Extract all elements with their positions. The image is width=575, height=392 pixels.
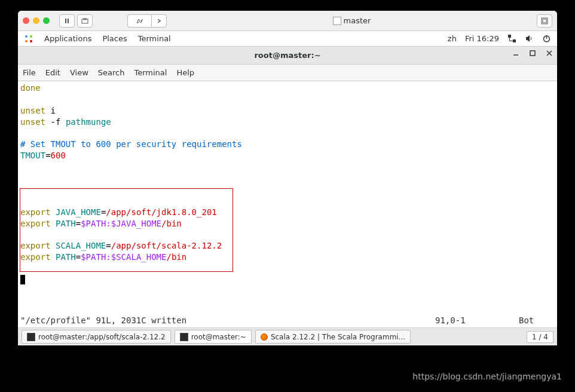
gnome-top-bar: Applications Places Terminal zh Fri 16:2… — [18, 31, 557, 47]
kw-export: export — [20, 219, 51, 228]
svg-rect-0 — [65, 19, 66, 23]
comment: # Set TMOUT to 600 per security requirem… — [20, 139, 242, 149]
input-method-indicator[interactable]: zh — [448, 34, 457, 43]
kw-export: export — [20, 241, 51, 250]
watermark: https://blog.csdn.net/jiangmengya1 — [412, 372, 562, 381]
menu-terminal[interactable]: Terminal — [138, 34, 171, 43]
ident: pathmunge — [66, 117, 111, 127]
svg-point-6 — [25, 35, 27, 38]
nav-button-group — [127, 14, 167, 27]
vm-title-text: master — [344, 16, 371, 25]
window-titlebar: root@master:~ — [18, 47, 557, 65]
txt: i — [45, 106, 56, 115]
taskbar-item-terminal1[interactable]: root@master:/app/soft/scala-2.12.2 — [22, 330, 171, 344]
var-path: PATH — [51, 219, 76, 228]
varref: $PATH:$SCALA_HOME — [81, 252, 166, 262]
vim-status-line: "/etc/profile" 91L, 2031C written 91,0-1… — [20, 315, 555, 326]
txt: -f — [45, 117, 66, 127]
zoom-icon[interactable] — [43, 17, 50, 24]
path: /bin — [161, 219, 182, 228]
window-controls — [512, 49, 553, 57]
terminal-content[interactable]: done unset i unset -f pathmunge # Set TM… — [18, 81, 557, 327]
svg-point-9 — [30, 40, 32, 42]
menu-applications[interactable]: Applications — [44, 34, 91, 43]
taskbar-item-terminal2[interactable]: root@master:~ — [175, 330, 252, 344]
svg-rect-11 — [513, 39, 516, 42]
workspace-indicator[interactable]: 1 / 4 — [527, 331, 553, 343]
status-scroll: Bot — [519, 315, 555, 326]
settings-button[interactable] — [127, 14, 151, 27]
terminal-icon — [27, 333, 35, 341]
status-position: 91,0-1 — [435, 315, 519, 326]
var-scala-home: SCALA_HOME — [51, 241, 106, 250]
pause-button[interactable] — [59, 14, 75, 27]
svg-point-8 — [25, 40, 27, 42]
path: /app/soft/jdk1.8.0_201 — [106, 207, 216, 217]
var-tmout: TMOUT — [20, 151, 45, 160]
txt: = — [76, 219, 81, 228]
path: /app/soft/scala-2.12.2 — [111, 241, 222, 250]
close-icon[interactable] — [23, 17, 29, 24]
firefox-icon — [261, 333, 268, 341]
clock[interactable]: Fri 16:29 — [465, 34, 499, 43]
gnome-status-area: zh Fri 16:29 — [448, 34, 551, 43]
window-title: root@master:~ — [254, 51, 320, 60]
maximize-button[interactable] — [528, 49, 537, 57]
svg-rect-15 — [530, 51, 535, 56]
taskbar: root@master:/app/soft/scala-2.12.2 root@… — [18, 327, 557, 345]
window-traffic-lights — [23, 17, 50, 24]
kw-unset: unset — [20, 117, 45, 127]
desktop: master Applications Places Terminal zh F… — [18, 11, 557, 345]
workspace-label: 1 / 4 — [532, 333, 548, 341]
terminal-menubar: File Edit View Search Terminal Help — [18, 65, 557, 81]
minimize-icon[interactable] — [33, 17, 39, 24]
menu-help[interactable]: Help — [176, 68, 194, 77]
vm-toolbar: master — [18, 11, 557, 31]
txt: = — [106, 241, 111, 250]
network-icon[interactable] — [507, 34, 516, 43]
menu-search[interactable]: Search — [98, 68, 125, 77]
svg-rect-5 — [543, 19, 546, 23]
svg-point-7 — [30, 35, 32, 38]
snapshot-button[interactable] — [77, 14, 93, 27]
taskbar-label: root@master:~ — [191, 333, 246, 341]
txt: = — [76, 252, 81, 262]
status-message: "/etc/profile" 91L, 2031C written — [20, 315, 435, 326]
var-path: PATH — [51, 252, 76, 262]
txt: = — [45, 151, 50, 160]
terminal-icon — [180, 333, 188, 341]
forward-button[interactable] — [151, 14, 167, 27]
activities-icon[interactable] — [24, 34, 33, 44]
menu-places[interactable]: Places — [102, 34, 127, 43]
vm-title: master — [169, 16, 534, 25]
volume-icon[interactable] — [525, 34, 534, 43]
taskbar-item-firefox[interactable]: Scala 2.12.2 | The Scala Programmi... — [255, 330, 411, 344]
kw-export: export — [20, 252, 51, 262]
num: 600 — [51, 151, 66, 160]
minimize-button[interactable] — [512, 49, 520, 57]
cursor — [20, 275, 25, 284]
expand-button[interactable] — [537, 14, 552, 27]
kw-unset: unset — [20, 106, 45, 115]
svg-rect-10 — [508, 35, 511, 38]
menu-edit[interactable]: Edit — [45, 68, 60, 77]
power-icon[interactable] — [542, 34, 551, 43]
menu-view[interactable]: View — [70, 68, 88, 77]
taskbar-label: Scala 2.12.2 | The Scala Programmi... — [271, 333, 405, 341]
close-button[interactable] — [545, 49, 553, 57]
kw-done: done — [20, 83, 41, 93]
svg-rect-1 — [68, 19, 69, 23]
kw-export: export — [20, 207, 51, 217]
varref: $PATH:$JAVA_HOME — [81, 219, 161, 228]
var-java-home: JAVA_HOME — [51, 207, 101, 217]
menu-terminal-sub[interactable]: Terminal — [134, 68, 167, 77]
vm-icon — [333, 17, 341, 25]
taskbar-label: root@master:/app/soft/scala-2.12.2 — [38, 333, 166, 341]
menu-file[interactable]: File — [23, 68, 36, 77]
path: /bin — [166, 252, 186, 262]
